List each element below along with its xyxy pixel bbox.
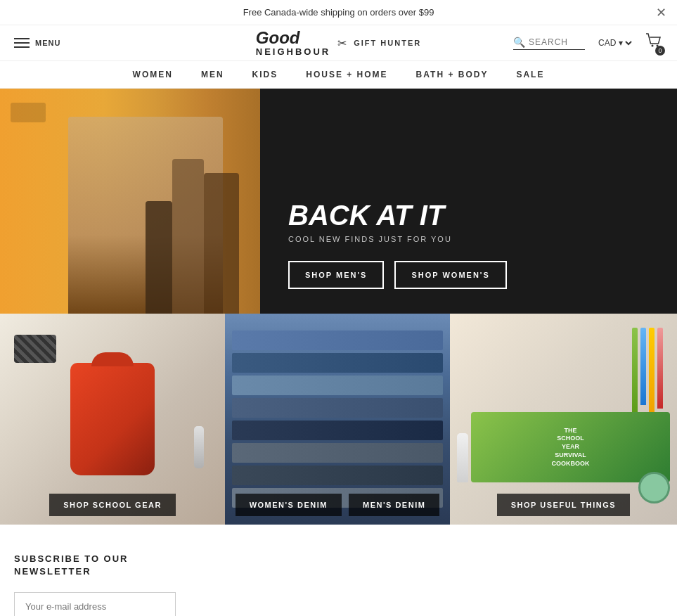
newsletter-form: SUBSCRIBE [14, 592, 337, 616]
hero-banner: BACK AT IT COOL NEW FINDS JUST FOR YOU S… [0, 89, 677, 314]
bottle-shape [194, 426, 204, 468]
cart-count: 0 [655, 46, 665, 56]
hero-text-section: BACK AT IT COOL NEW FINDS JUST FOR YOU S… [260, 89, 677, 314]
header-left: MENU [14, 38, 60, 48]
logo-line2: NEIGHBOUR [256, 46, 330, 57]
email-input[interactable] [14, 592, 176, 616]
denim-layer [232, 443, 443, 463]
hero-sign [11, 103, 46, 122]
school-gear-label: SHOP SCHOOL GEAR [0, 485, 225, 525]
search-icon: 🔍 [513, 37, 525, 48]
shop-mens-button[interactable]: SHOP MEN'S [288, 261, 384, 289]
svg-point-0 [652, 45, 654, 47]
gift-hunter-label: GIFT HUNTER [354, 39, 421, 47]
useful-things-label: SHOP USEFUL THINGS [450, 485, 677, 525]
book-visual: THESCHOOLYEARSURVIVALCOOKBOOK [471, 412, 670, 482]
close-icon[interactable]: ✕ [656, 5, 666, 20]
denim-layer [232, 398, 443, 418]
header: MENU Good NEIGHBOUR ✂ GIFT HUNTER 🔍 CAD … [0, 25, 677, 61]
hero-copy: BACK AT IT COOL NEW FINDS JUST FOR YOU [288, 201, 649, 243]
cart-button[interactable]: 0 [645, 32, 663, 53]
denim-label: WOMEN'S DENIM MEN'S DENIM [225, 485, 450, 525]
currency-select[interactable]: CAD ▾ [595, 37, 634, 49]
search-input[interactable] [529, 37, 585, 47]
logo-line1: Good [256, 30, 330, 46]
menu-label: MENU [35, 39, 60, 47]
logo-area: Good NEIGHBOUR ✂ GIFT HUNTER [256, 30, 421, 57]
header-right: 🔍 CAD ▾ 0 [513, 32, 663, 53]
pencil-group [632, 328, 663, 416]
hero-figure-3 [146, 201, 172, 314]
hero-image-section [0, 89, 260, 314]
hero-buttons: SHOP MEN'S SHOP WOMEN'S [288, 261, 649, 289]
womens-denim-button[interactable]: WOMEN'S DENIM [236, 494, 342, 516]
grid-item-school-gear: SHOP SCHOOL GEAR [0, 314, 225, 525]
hero-figure-2 [172, 159, 204, 314]
hero-figure-1 [204, 173, 239, 314]
newsletter-section: SUBSCRIBE TO OUR NEWSLETTER SUBSCRIBE [0, 525, 352, 616]
newsletter-title: SUBSCRIBE TO OUR NEWSLETTER [14, 553, 337, 578]
small-bottle [457, 433, 468, 482]
mens-denim-button[interactable]: MEN'S DENIM [349, 494, 439, 516]
menu-button[interactable] [14, 38, 30, 48]
denim-layer [232, 376, 443, 395]
nav-item-house-home[interactable]: HOUSE + HOME [306, 70, 387, 79]
hero-title: BACK AT IT [288, 201, 649, 229]
shop-school-gear-button[interactable]: SHOP SCHOOL GEAR [49, 494, 176, 516]
announcement-bar: Free Canada-wide shipping on orders over… [0, 0, 677, 25]
nav-item-women[interactable]: WOMEN [133, 70, 173, 79]
shop-womens-button[interactable]: SHOP WOMEN'S [394, 261, 506, 289]
scissor-icon: ✂ [337, 37, 347, 50]
denim-layer [232, 421, 443, 440]
nav-item-bath-body[interactable]: BATH + BODY [416, 70, 489, 79]
shop-useful-things-button[interactable]: SHOP USEFUL THINGS [497, 494, 630, 516]
search-area: 🔍 [513, 37, 585, 50]
denim-layer [232, 466, 443, 485]
logo[interactable]: Good NEIGHBOUR [256, 30, 330, 57]
main-nav: WOMEN MEN KIDS HOUSE + HOME BATH + BODY … [0, 61, 677, 89]
backpack-shape [70, 363, 155, 475]
grid-item-denim: WOMEN'S DENIM MEN'S DENIM [225, 314, 450, 525]
hero-subtitle: COOL NEW FINDS JUST FOR YOU [288, 235, 649, 243]
nav-item-sale[interactable]: SALE [516, 70, 544, 79]
denim-layer [232, 353, 443, 373]
product-grid: SHOP SCHOOL GEAR WOMEN'S DENIM MEN'S DEN… [0, 314, 677, 525]
nav-item-kids[interactable]: KIDS [252, 70, 278, 79]
nav-item-men[interactable]: MEN [201, 70, 224, 79]
grid-item-useful-things: THESCHOOLYEARSURVIVALCOOKBOOK SHOP USEFU… [450, 314, 677, 525]
denim-layer [232, 331, 443, 350]
announcement-text: Free Canada-wide shipping on orders over… [243, 7, 434, 18]
hat-shape [14, 335, 56, 363]
